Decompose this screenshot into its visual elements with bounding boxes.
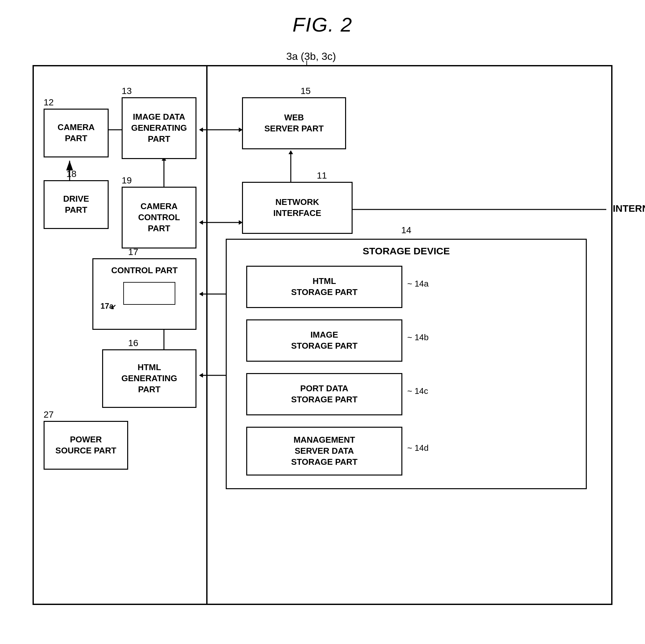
camera-part-box: CAMERAPART [44,109,109,158]
image-data-gen-ref: 13 [122,86,132,96]
web-server-box: WEBSERVER PART [242,97,346,149]
figure-title: FIG. 2 [292,13,352,36]
html-storage-ref: ~ 14a [407,279,429,289]
page: FIG. 2 3a (3b, 3c) [0,0,645,644]
web-server-ref: 15 [300,86,310,96]
label-arrow [306,60,307,66]
html-gen-box: HTMLGENERATINGPART [102,349,196,408]
control-part-box: CONTROL PART 17a ↙ [92,258,196,330]
port-data-storage-part: PORT DATASTORAGE PART [246,373,402,415]
drive-part-ref: 18 [66,169,76,179]
storage-device-outer: STORAGE DEVICE 14 HTMLSTORAGE PART ~ 14a… [226,239,587,489]
camera-control-ref: 19 [122,175,132,186]
camera-control-box: CAMERACONTROLPART [122,187,196,248]
network-interface-box: NETWORKINTERFACE [242,182,353,234]
internet-label: INTERNET [613,203,645,214]
storage-device-title: STORAGE DEVICE [363,246,450,257]
svg-marker-16 [288,150,293,154]
vertical-divider [206,66,208,604]
svg-marker-10 [199,128,203,132]
port-data-ref: ~ 14c [407,386,428,396]
image-data-gen-box: IMAGE DATAGENERATINGPART [122,97,196,159]
outer-system-box: CAMERAPART 12 IMAGE DATAGENERATINGPART 1… [32,65,613,605]
system-label: 3a (3b, 3c) [286,50,336,62]
camera-part-ref: 12 [44,97,54,108]
mgmt-server-storage-part: MANAGEMENTSERVER DATASTORAGE PART [246,427,402,475]
html-storage-part: HTMLSTORAGE PART [246,266,402,308]
mgmt-server-ref: ~ 14d [407,443,429,453]
storage-device-ref: 14 [401,225,411,235]
power-source-box: POWERSOURCE PART [44,421,128,470]
network-interface-ref: 11 [317,171,327,181]
svg-marker-20 [199,292,203,296]
control-part-ref: 17 [128,247,138,257]
svg-marker-23 [199,373,203,378]
image-storage-part: IMAGESTORAGE PART [246,319,402,362]
image-storage-ref: ~ 14b [407,333,429,343]
svg-marker-13 [199,220,203,225]
html-gen-ref: 16 [128,338,138,348]
power-source-ref: 27 [44,410,54,420]
drive-part-box: DRIVEPART [44,180,109,229]
